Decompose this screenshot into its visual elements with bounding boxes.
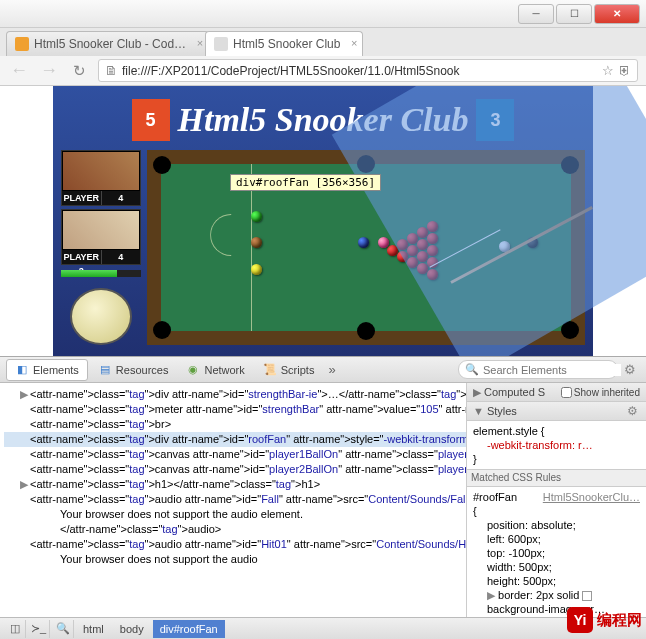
styles-gear-icon[interactable]: ⚙ [627, 404, 638, 418]
player1-score: 4 [102, 191, 141, 205]
bookmark-star-icon[interactable]: ☆ [602, 63, 614, 78]
breadcrumb-html[interactable]: html [76, 620, 111, 638]
game-container: 5 Html5 Snooker Club 3 PLAYER 14 PLAYER … [53, 86, 593, 356]
player1-box: PLAYER 14 [61, 150, 141, 206]
watermark-logo-icon: Yi [567, 607, 593, 633]
styles-body[interactable]: element.style { -webkit-transform: r… } … [467, 421, 646, 617]
player2-label: PLAYER 2 [62, 250, 102, 264]
player2-score: 4 [102, 250, 141, 264]
tab-close-icon[interactable]: × [351, 37, 357, 49]
game-sidebar: PLAYER 14 PLAYER 24 [61, 150, 141, 345]
player1-label: PLAYER 1 [62, 191, 102, 205]
scripts-icon: 📜 [263, 363, 277, 377]
tab-title: Html5 Snooker Club - Cod… [34, 37, 186, 51]
devtools-statusbar: ◫ ≻_ 🔍 html body div#roofFan [0, 617, 646, 639]
strength-bar[interactable] [61, 270, 141, 277]
settings-gear-icon[interactable]: ⚙ [620, 362, 640, 377]
dock-button[interactable]: ◫ [4, 620, 26, 638]
watermark: Yi 编程网 [567, 607, 642, 633]
aim-circle[interactable] [70, 288, 132, 345]
forward-button[interactable]: → [38, 60, 60, 82]
search-input[interactable] [483, 364, 621, 376]
close-button[interactable] [594, 4, 640, 24]
player2-avatar [63, 211, 139, 249]
back-button[interactable]: ← [8, 60, 30, 82]
matched-rules-header: Matched CSS Rules [467, 469, 646, 487]
url-input[interactable] [122, 64, 598, 78]
page-viewport: 5 Html5 Snooker Club 3 PLAYER 14 PLAYER … [0, 86, 646, 356]
breadcrumb-body[interactable]: body [113, 620, 151, 638]
computed-section-header[interactable]: ▶Computed SShow inherited [467, 383, 646, 402]
elements-tree[interactable]: ▶<attr-name">class="tag">div attr-name">… [0, 383, 466, 617]
inspector-tooltip: div#roofFan [356×356] [230, 174, 381, 191]
tab-title: Html5 Snooker Club [233, 37, 340, 51]
network-icon: ◉ [186, 363, 200, 377]
search-icon: 🔍 [465, 363, 479, 376]
inspect-button[interactable]: 🔍 [52, 620, 74, 638]
elements-icon: ◧ [15, 363, 29, 377]
player2-box: PLAYER 24 [61, 209, 141, 265]
devtools-search[interactable]: 🔍 [458, 360, 618, 379]
styles-section-header[interactable]: ▼Styles⚙ [467, 402, 646, 421]
tab-close-icon[interactable]: × [197, 37, 203, 49]
page-icon: 🗎 [105, 63, 118, 78]
tab-resources[interactable]: ▤Resources [90, 359, 177, 381]
resources-icon: ▤ [98, 363, 112, 377]
browser-tab-active[interactable]: Html5 Snooker Club × [205, 31, 363, 56]
favicon-icon [15, 37, 29, 51]
maximize-button[interactable] [556, 4, 592, 24]
address-bar[interactable]: 🗎 ☆ ⛨ [98, 59, 638, 82]
window-titlebar [0, 0, 646, 28]
source-file-link[interactable]: Html5SnookerClu… [543, 490, 640, 504]
minimize-button[interactable] [518, 4, 554, 24]
favicon-icon [214, 37, 228, 51]
console-button[interactable]: ≻_ [28, 620, 50, 638]
reload-button[interactable]: ↻ [68, 60, 90, 82]
shield-icon[interactable]: ⛨ [618, 63, 631, 78]
devtools-panel: ◧Elements ▤Resources ◉Network 📜Scripts »… [0, 356, 646, 639]
tab-scripts[interactable]: 📜Scripts [255, 359, 323, 381]
browser-tab-inactive[interactable]: Html5 Snooker Club - Cod… × [6, 31, 209, 56]
tab-network[interactable]: ◉Network [178, 359, 252, 381]
devtools-tabbar: ◧Elements ▤Resources ◉Network 📜Scripts »… [0, 357, 646, 383]
browser-tabbar: Html5 Snooker Club - Cod… × Html5 Snooke… [0, 28, 646, 56]
tabs-overflow[interactable]: » [324, 362, 339, 377]
show-inherited-checkbox[interactable]: Show inherited [561, 387, 640, 398]
styles-panel: ▶Computed SShow inherited ▼Styles⚙ eleme… [466, 383, 646, 617]
tab-elements[interactable]: ◧Elements [6, 359, 88, 381]
player1-avatar [63, 152, 139, 190]
url-toolbar: ← → ↻ 🗎 ☆ ⛨ [0, 56, 646, 86]
breadcrumb-rooffan[interactable]: div#roofFan [153, 620, 225, 638]
html5-badge-icon: 5 [132, 99, 170, 141]
